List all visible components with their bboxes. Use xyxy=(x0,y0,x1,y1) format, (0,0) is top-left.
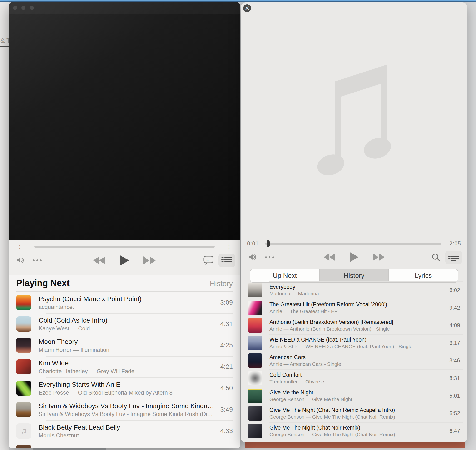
lyrics-button[interactable]: ,, xyxy=(202,254,215,267)
close-button[interactable] xyxy=(13,6,17,10)
song-artist-album: Annie & SLP — WE NEED a CHANGE (feat. Pa… xyxy=(269,343,445,350)
search-button[interactable] xyxy=(430,251,442,263)
list-item[interactable]: Cold (Cold As Ice Intro) Kanye West — Co… xyxy=(16,313,233,335)
rewind-button[interactable] xyxy=(322,251,337,263)
queue-button[interactable] xyxy=(445,251,462,264)
song-duration: 4:50 xyxy=(220,385,233,392)
song-duration: 5:01 xyxy=(449,393,460,399)
song-title: Give Me The Night (Chat Noir Remix Acape… xyxy=(269,407,445,414)
left-buttons-row: ,, xyxy=(9,250,240,270)
scrubber-knob[interactable] xyxy=(266,240,270,247)
song-artist-album: Trentemøller — Obverse xyxy=(269,379,445,385)
song-duration: 4:25 xyxy=(220,342,233,349)
volume-button[interactable] xyxy=(15,255,26,265)
background-divider xyxy=(0,46,9,47)
list-item[interactable]: Everybody Madonna — Madonna 6:02 xyxy=(248,281,460,299)
queue-icon xyxy=(448,253,459,262)
song-duration: 6:52 xyxy=(449,410,460,417)
song-duration: 3:17 xyxy=(449,340,460,346)
minimize-button[interactable] xyxy=(21,6,25,10)
list-item[interactable]: Cold Comfort Trentemøller — Obverse 8:31 xyxy=(248,369,460,387)
song-title: The Year Mix Tool 94 xyxy=(39,448,227,448)
list-item[interactable]: Everything Starts With An E Ezee Posse —… xyxy=(16,378,233,399)
search-icon xyxy=(432,253,440,262)
album-art xyxy=(248,371,262,385)
song-title: Everybody xyxy=(269,283,445,291)
song-duration: 3:09 xyxy=(220,299,233,306)
list-item[interactable]: Sir Ivan & Wideboys Vs Booty Luv - Imagi… xyxy=(16,399,233,420)
more-button[interactable] xyxy=(264,255,275,260)
song-artist-album: Kanye West — Cold xyxy=(39,325,214,332)
tab[interactable]: Up Next xyxy=(250,269,319,282)
play-button[interactable] xyxy=(348,250,360,264)
right-playback-controls: 0:01 -2:05 xyxy=(241,237,467,267)
list-item[interactable]: Black Betty Feat Lead Belly Morris Chest… xyxy=(16,420,233,442)
list-item[interactable]: Give Me The Night (Chat Noir Remix) Geor… xyxy=(248,422,460,440)
svg-text:,,: ,, xyxy=(206,257,209,262)
close-button[interactable]: ✕ xyxy=(243,4,251,12)
queue-icon xyxy=(221,256,232,265)
history-link[interactable]: History xyxy=(210,279,233,288)
album-art xyxy=(248,283,262,297)
elapsed-time: --:-- xyxy=(15,243,30,250)
song-duration: 6:02 xyxy=(449,287,460,294)
list-item[interactable]: Give Me the Night George Benson — Give M… xyxy=(248,387,460,405)
album-art xyxy=(16,380,31,396)
list-item[interactable]: Anthonio (Berlin Breakdown Version) [Rem… xyxy=(248,317,460,334)
more-button[interactable] xyxy=(31,258,43,263)
fast-forward-button[interactable] xyxy=(141,255,157,266)
song-duration: 4:33 xyxy=(220,427,233,435)
list-item[interactable]: WE NEED a CHANGE (feat. Paul Yoon) Annie… xyxy=(248,334,460,352)
screenshot-canvas: & Tro --:-- --:-- xyxy=(0,0,476,450)
right-buttons-row xyxy=(241,247,467,267)
tab[interactable]: History xyxy=(319,269,388,282)
progress-scrubber[interactable] xyxy=(34,246,215,248)
song-duration: 3:46 xyxy=(449,357,460,364)
album-art xyxy=(248,301,262,315)
list-item[interactable]: Moon Theory Miami Horror — Illumination … xyxy=(16,335,233,356)
song-title: Cold (Cold As Ice Intro) xyxy=(39,316,214,325)
song-duration: 8:31 xyxy=(449,375,460,381)
song-title: Psycho (Gucci Mane x Point Point) xyxy=(39,295,214,303)
lyrics-icon: ,, xyxy=(203,255,214,266)
list-item[interactable]: The Greatest Hit (Freeform Reform Vocal … xyxy=(248,299,460,317)
rewind-button[interactable] xyxy=(91,255,108,266)
rewind-icon xyxy=(93,256,106,265)
play-button[interactable] xyxy=(118,253,131,267)
list-item[interactable]: Psycho (Gucci Mane x Point Point) acquai… xyxy=(16,292,233,313)
volume-button[interactable] xyxy=(247,252,259,262)
left-player-window: --:-- --:-- xyxy=(9,2,240,448)
progress-scrubber[interactable] xyxy=(265,243,441,244)
fast-forward-icon xyxy=(372,253,385,261)
album-art xyxy=(248,424,262,438)
queue-button[interactable] xyxy=(218,254,235,267)
zoom-button[interactable] xyxy=(30,6,34,10)
video-area[interactable] xyxy=(9,2,240,240)
song-artist-album: Miami Horror — Illumination xyxy=(39,346,214,353)
song-duration: 3:49 xyxy=(220,406,233,413)
right-scrubber-row: 0:01 -2:05 xyxy=(241,237,467,247)
music-note-placeholder-icon xyxy=(316,58,392,182)
fast-forward-button[interactable] xyxy=(371,251,386,263)
song-artist-album: Madonna — Madonna xyxy=(269,291,445,297)
list-item[interactable]: Kim Wilde Charlotte Hatherley — Grey Wil… xyxy=(16,356,233,378)
song-artist-album: Annie — American Cars - Single xyxy=(269,361,445,367)
left-playback-controls: --:-- --:-- xyxy=(9,240,240,275)
song-title: Give Me the Night xyxy=(269,389,445,396)
album-art xyxy=(16,316,31,332)
album-art xyxy=(248,318,262,332)
list-item[interactable]: The Year Mix Tool 94 xyxy=(16,442,233,448)
album-art xyxy=(248,353,262,368)
background-window-edge: & Tro xyxy=(0,2,9,450)
song-artist-album: George Benson — Give Me The Night (Chat … xyxy=(269,432,445,438)
tab[interactable]: Lyrics xyxy=(388,269,458,282)
right-player-window: ✕ 0:01 -2:05 xyxy=(241,2,467,442)
song-artist-album: George Benson — Give Me The Night (Chat … xyxy=(269,414,445,420)
song-title: Cold Comfort xyxy=(269,371,445,379)
album-art xyxy=(248,389,262,403)
song-duration: 9:42 xyxy=(449,305,460,311)
list-item[interactable]: American Cars Annie — American Cars - Si… xyxy=(248,352,460,369)
window-titlebar[interactable] xyxy=(9,2,240,14)
segmented-tabs: Up NextHistoryLyrics xyxy=(250,269,458,283)
list-item[interactable]: Give Me The Night (Chat Noir Remix Acape… xyxy=(248,405,460,422)
